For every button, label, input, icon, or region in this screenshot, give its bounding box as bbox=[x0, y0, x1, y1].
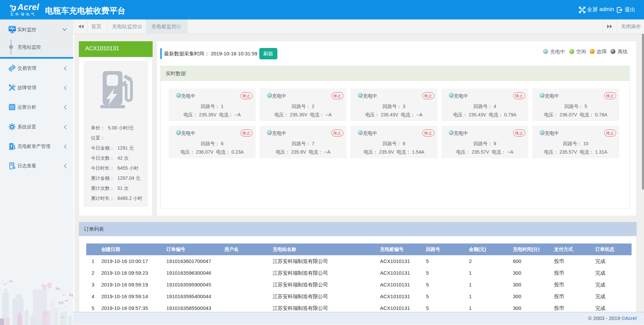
svg-text:¥: ¥ bbox=[11, 66, 13, 70]
